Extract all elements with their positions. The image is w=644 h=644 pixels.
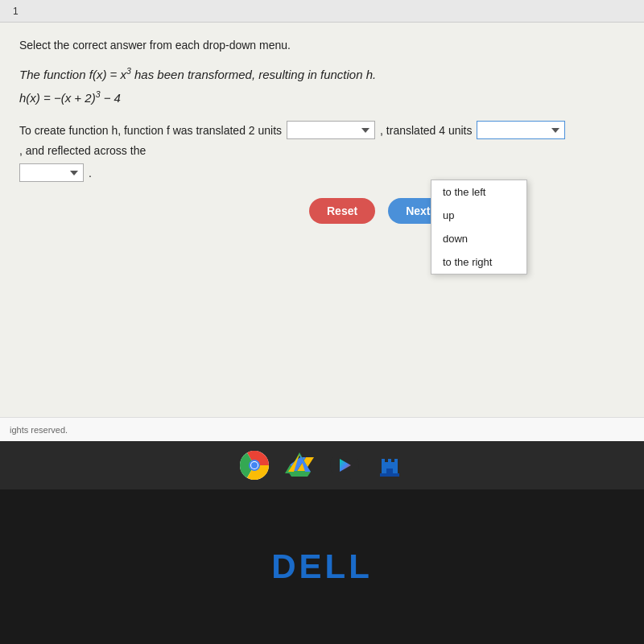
main-content: Select the correct answer from each drop…: [0, 23, 644, 417]
svg-rect-20: [380, 473, 399, 477]
function-h-line: h(x) = −(x + 2)3 − 4: [19, 89, 625, 105]
footer-text: ights reserved.: [10, 425, 68, 435]
question-middle: , translated 4 units: [380, 124, 472, 137]
svg-rect-17: [388, 459, 391, 464]
chrome-svg: [240, 451, 269, 480]
question-line-1: To create function h, function f was tra…: [19, 121, 625, 157]
period-text: .: [89, 167, 92, 180]
dropdown-axis[interactable]: x-axis y-axis: [19, 163, 84, 182]
drive-svg: [285, 451, 314, 480]
instruction-text: Select the correct answer from each drop…: [19, 39, 625, 52]
castle-svg: [375, 451, 404, 480]
dell-area: DELL: [0, 489, 644, 644]
popup-option-to-the-right[interactable]: to the right: [431, 250, 526, 274]
popup-option-down[interactable]: down: [431, 227, 526, 250]
dropdown-direction-1[interactable]: to the left to the right up down: [287, 121, 375, 139]
function-f-line: The function f(x) = x3 has been transfor…: [19, 66, 625, 81]
function-f-expr: f(x) = x3: [89, 68, 134, 81]
svg-rect-16: [382, 459, 385, 464]
dropdown-direction-2[interactable]: to the left up down to the right: [477, 121, 565, 139]
play-store-icon[interactable]: [330, 451, 359, 480]
chrome-icon[interactable]: [240, 451, 269, 480]
question-suffix: , and reflected across the: [19, 144, 146, 157]
dropdown-popup: to the left up down to the right: [431, 180, 527, 275]
svg-point-3: [251, 462, 258, 469]
question-prefix: To create function h, function f was tra…: [19, 124, 282, 137]
castle-icon[interactable]: [375, 451, 404, 480]
svg-rect-18: [394, 459, 398, 464]
drive-icon[interactable]: [285, 451, 314, 480]
footer-bar: ights reserved.: [0, 417, 644, 441]
question-line-2: x-axis y-axis .: [19, 163, 625, 182]
function-f-suffix: has been transformed, resulting in funct…: [134, 68, 376, 81]
popup-option-up[interactable]: up: [431, 204, 526, 227]
svg-marker-12: [288, 472, 311, 477]
function-f-prefix: The function: [19, 68, 86, 81]
play-store-svg: [330, 451, 359, 480]
dell-logo: DELL: [271, 547, 373, 586]
reset-button[interactable]: Reset: [309, 198, 375, 224]
taskbar: [0, 441, 644, 489]
tab-label: 1: [6, 4, 25, 19]
popup-option-to-the-left[interactable]: to the left: [431, 180, 526, 204]
